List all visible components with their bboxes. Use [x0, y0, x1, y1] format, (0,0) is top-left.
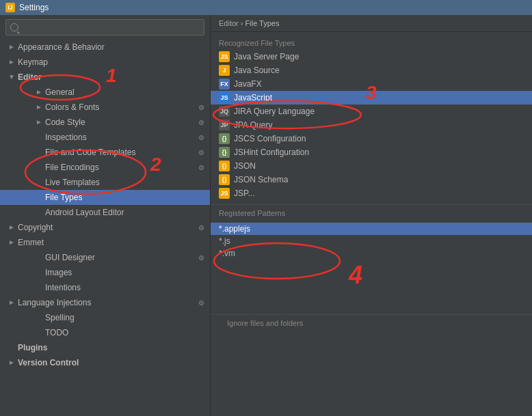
arrow-icon	[8, 359, 16, 367]
sidebar-item-android-layout-editor[interactable]: Android Layout Editor	[0, 205, 210, 220]
file-type-icon: {}	[219, 147, 230, 158]
gear-icon: ⚙	[198, 119, 207, 126]
window-title: Settings	[19, 3, 49, 12]
arrow-icon	[8, 73, 16, 81]
sidebar-item-appearance[interactable]: Appearance & Behavior	[0, 40, 210, 55]
ignore-section: Ignore files and folders	[211, 314, 532, 333]
file-type-icon: J	[219, 65, 230, 76]
file-type-icon: JS	[219, 188, 230, 199]
list-item[interactable]: {} JSHint Configuration	[211, 145, 532, 159]
settings-sidebar: Appearance & Behavior Keymap Editor	[0, 15, 211, 416]
file-type-icon: JP	[219, 120, 230, 130]
search-icon	[10, 23, 18, 31]
sidebar-item-file-types[interactable]: File Types	[0, 190, 210, 205]
sidebar-item-general[interactable]: General	[0, 85, 210, 100]
sidebar-item-images[interactable]: Images	[0, 265, 210, 280]
sidebar-item-todo[interactable]: TODO	[0, 325, 210, 340]
list-item[interactable]: J Java Source	[211, 64, 532, 77]
registered-section: Registered Patterns *.applejs *.js *.vm	[211, 204, 532, 260]
pattern-item-applejs[interactable]: *.applejs	[211, 223, 532, 235]
gear-icon: ⚙	[198, 254, 207, 262]
arrow-icon	[8, 299, 16, 307]
list-item[interactable]: JS Java Server Page	[211, 50, 532, 64]
search-box[interactable]	[5, 19, 204, 36]
sidebar-item-editor[interactable]: Editor	[0, 70, 210, 85]
sidebar-item-file-encodings[interactable]: File Encodings ⚙	[0, 160, 210, 175]
app-icon: IJ	[5, 3, 15, 12]
list-item-javascript[interactable]: JS JavaScript	[211, 91, 532, 105]
arrow-icon	[8, 238, 16, 247]
gear-icon: ⚙	[198, 299, 207, 307]
arrow-icon	[8, 43, 16, 51]
patterns-list: *.applejs *.js *.vm	[211, 223, 532, 260]
ignore-label: Ignore files and folders	[219, 318, 524, 330]
sidebar-item-language-injections[interactable]: Language Injections ⚙	[0, 295, 210, 310]
sidebar-item-live-templates[interactable]: Live Templates	[0, 175, 210, 190]
settings-tree: Appearance & Behavior Keymap Editor	[0, 40, 210, 370]
sidebar-item-code-style[interactable]: Code Style ⚙	[0, 115, 210, 130]
sidebar-item-inspections[interactable]: Inspections ⚙	[0, 130, 210, 145]
gear-icon: ⚙	[198, 104, 207, 111]
list-item[interactable]: JQ JIRA Query Language	[211, 105, 532, 118]
file-type-icon: FX	[219, 79, 230, 89]
file-type-icon: {}	[219, 174, 230, 185]
sidebar-item-spelling[interactable]: Spelling	[0, 310, 210, 325]
list-item[interactable]: JP JPA Query	[211, 118, 532, 132]
arrow-icon	[36, 88, 44, 96]
arrow-icon	[36, 103, 44, 111]
breadcrumb: Editor › File Types	[211, 15, 532, 32]
file-type-icon: JS	[219, 92, 230, 103]
sidebar-item-version-control[interactable]: Version Control	[0, 355, 210, 370]
search-input[interactable]	[21, 23, 200, 32]
sidebar-item-intentions[interactable]: Intentions	[0, 280, 210, 295]
content-body: Recognized File Types JS Java Server Pag…	[211, 32, 532, 416]
list-item[interactable]: {} JSON	[211, 159, 532, 173]
recognized-section-label: Recognized File Types	[211, 38, 532, 50]
sidebar-item-file-and-code-templates[interactable]: File and Code Templates ⚙	[0, 145, 210, 160]
content-panel: Editor › File Types Recognized File Type…	[211, 15, 532, 416]
arrow-icon	[8, 223, 16, 232]
sidebar-item-plugins[interactable]: Plugins	[0, 340, 210, 355]
sidebar-item-keymap[interactable]: Keymap	[0, 55, 210, 70]
list-item[interactable]: {} JSCS Configuration	[211, 132, 532, 145]
file-type-icon: JQ	[219, 106, 230, 117]
file-type-icon: {}	[219, 161, 230, 171]
list-item[interactable]: FX JavaFX	[211, 77, 532, 91]
file-types-list: JS Java Server Page J Java Source FX Jav…	[211, 50, 532, 200]
gear-icon: ⚙	[198, 164, 207, 171]
sidebar-item-emmet[interactable]: Emmet	[0, 235, 210, 250]
sidebar-item-colors-fonts[interactable]: Colors & Fonts ⚙	[0, 100, 210, 115]
list-item[interactable]: JS JSP...	[211, 186, 532, 200]
arrow-icon	[8, 58, 16, 66]
pattern-item-js[interactable]: *.js	[211, 235, 532, 247]
gear-icon: ⚙	[198, 134, 207, 141]
gear-icon: ⚙	[198, 224, 207, 232]
pattern-item-vm[interactable]: *.vm	[211, 247, 532, 260]
arrow-icon	[36, 118, 44, 126]
gear-icon: ⚙	[198, 149, 207, 156]
title-bar: IJ Settings	[0, 0, 532, 15]
file-type-icon: JS	[219, 51, 230, 62]
sidebar-item-gui-designer[interactable]: GUI Designer ⚙	[0, 250, 210, 265]
file-type-icon: {}	[219, 133, 230, 144]
registered-section-label: Registered Patterns	[211, 208, 532, 220]
list-item[interactable]: {} JSON Schema	[211, 173, 532, 186]
sidebar-item-copyright[interactable]: Copyright ⚙	[0, 220, 210, 235]
